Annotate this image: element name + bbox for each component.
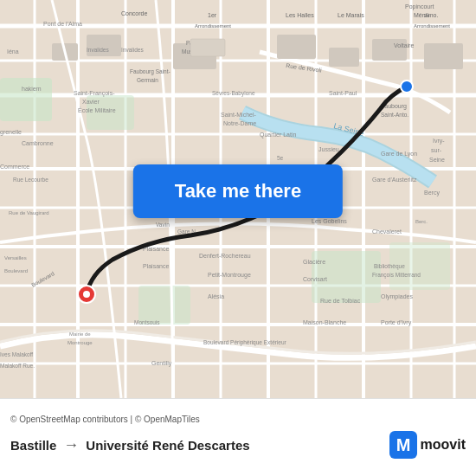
svg-text:Les Gobelins: Les Gobelins [312,218,347,224]
route-to-label: Université René Descartes [86,438,249,453]
svg-text:Seine: Seine [429,157,445,163]
svg-text:Sèvres-Babylone: Sèvres-Babylone [212,90,255,97]
svg-text:Saint-Michel-: Saint-Michel- [221,112,257,118]
svg-point-111 [83,291,90,298]
svg-text:Saint-François-: Saint-François- [74,90,115,97]
svg-text:Ivry-: Ivry- [433,138,445,145]
svg-text:Rue Lecourbe: Rue Lecourbe [13,177,48,183]
svg-text:M: M [396,435,410,454]
svg-text:Arrondissement: Arrondissement [195,23,231,29]
svg-text:Versailles: Versailles [4,255,27,261]
svg-text:Rue de Vaugirard: Rue de Vaugirard [9,210,49,215]
svg-text:sur-: sur- [431,147,442,153]
svg-text:Les Halles: Les Halles [286,12,314,18]
svg-text:hakiem: hakiem [22,86,42,92]
svg-text:Boulevard Périphérique Extérie: Boulevard Périphérique Extérieur [203,339,287,346]
moovit-icon: M [389,431,417,459]
svg-text:Chevaleret: Chevaleret [372,228,402,235]
map-attribution: © OpenStreetMap contributors | © OpenMap… [0,411,476,426]
svg-rect-30 [329,48,359,67]
svg-text:Voltaire: Voltaire [394,42,414,48]
svg-text:Glacière: Glacière [303,259,325,265]
svg-text:Mairie de: Mairie de [69,331,91,337]
svg-text:Rue de Tolbiac: Rue de Tolbiac [320,298,361,304]
moovit-brand-name: moovit [421,437,466,453]
svg-text:Gare de Lyon: Gare de Lyon [381,151,417,158]
svg-text:Boulevard: Boulevard [4,268,28,273]
svg-text:Invalides: Invalides [87,47,109,53]
svg-text:grenelle: grenelle [0,129,22,136]
svg-text:Saint-Paul: Saint-Paul [329,90,357,96]
svg-text:École Militaire: École Militaire [78,106,116,113]
svg-text:Cambronne: Cambronne [22,140,54,146]
svg-text:Invalides: Invalides [121,47,144,53]
svg-text:Montsouis: Montsouis [134,319,160,325]
svg-text:Quartier Latin: Quartier Latin [260,132,297,138]
svg-text:Plaisance: Plaisance [143,263,169,269]
svg-text:Faubourg Saint-: Faubourg Saint- [130,68,170,75]
svg-text:Arrondissement: Arrondissement [414,23,450,29]
svg-text:Vavin: Vavin [156,222,170,228]
svg-rect-113 [190,39,225,56]
svg-text:Notre-Dame: Notre-Dame [223,120,256,126]
svg-text:Jussieu: Jussieu [318,146,339,152]
svg-text:Alésia: Alésia [208,293,224,299]
route-from-label: Bastille [10,438,56,453]
svg-text:2e: 2e [424,13,430,18]
route-left: Bastille → Université René Descartes [10,436,389,454]
svg-text:Germain: Germain [137,77,158,83]
svg-text:Iéna: Iéna [7,48,19,55]
svg-text:Porte d'Ivry: Porte d'Ivry [381,319,412,326]
svg-text:Gentilly: Gentilly [151,360,172,367]
svg-text:Montrouge: Montrouge [68,340,93,345]
svg-text:Popincourt: Popincourt [405,3,434,10]
svg-text:Saint-Anto.: Saint-Anto. [381,112,408,118]
route-arrow-icon: → [63,436,79,454]
svg-rect-27 [87,35,121,56]
svg-text:Denfert-Rochereau: Denfert-Rochereau [199,253,251,259]
svg-text:Concorde: Concorde [121,10,147,16]
svg-rect-32 [424,43,463,69]
moovit-logo: M moovit [389,431,466,459]
svg-text:Gare d'Austerlitz: Gare d'Austerlitz [372,177,417,183]
route-info: Bastille → Université René Descartes M m… [0,426,476,464]
svg-point-112 [401,80,413,93]
svg-text:Commerce: Commerce [0,164,29,170]
svg-rect-21 [0,78,52,121]
svg-rect-29 [277,35,316,59]
map-container: Iéna Pont de l'Alma Concorde 1er Arrondi… [0,0,476,398]
svg-text:Petit-Montrouge: Petit-Montrouge [208,272,251,279]
svg-text:5e: 5e [277,155,284,161]
svg-text:Maison-Blanche: Maison-Blanche [303,319,346,325]
take-me-there-button[interactable]: Take me there [133,164,343,218]
svg-text:Xavier: Xavier [82,99,100,105]
svg-text:Berc.: Berc. [415,219,428,224]
svg-text:François Mitterrand: François Mitterrand [372,272,421,279]
svg-text:Olympiades: Olympiades [381,293,413,300]
svg-text:Bercy: Bercy [424,190,440,196]
svg-text:Le Marais: Le Marais [338,12,364,18]
bottom-bar: © OpenStreetMap contributors | © OpenMap… [0,398,476,476]
svg-text:1er: 1er [208,12,217,18]
svg-text:Bibliothèque: Bibliothèque [374,263,405,270]
svg-text:Ives Malakoff: Ives Malakoff [0,351,33,357]
svg-text:Corvisart: Corvisart [303,276,327,282]
svg-text:Pont de l'Alma: Pont de l'Alma [43,21,82,27]
svg-text:Malakoff Rue.: Malakoff Rue. [0,363,35,369]
